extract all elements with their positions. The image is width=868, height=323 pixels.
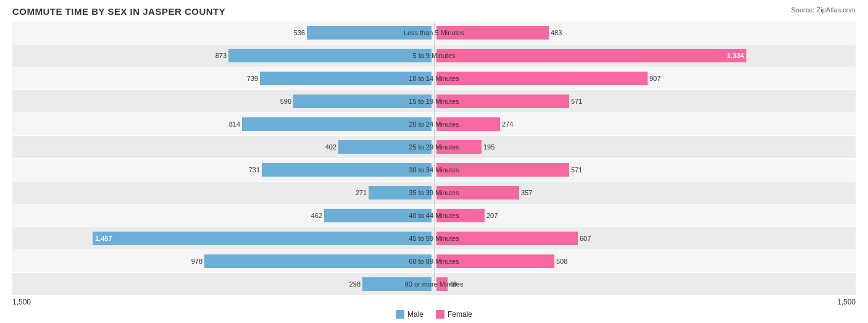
left-side: 731 [12,159,434,181]
female-value: 1,334 [727,52,744,59]
female-bar: 607 [436,232,578,245]
female-bar: 1,334 [436,49,746,62]
male-bar: 731 [262,163,432,177]
axis-row: 1,500 1,500 [12,298,856,306]
male-bar: 298 [362,277,432,291]
left-side: 739 [12,67,434,90]
left-side: 462 [12,204,434,227]
male-value: 402 [325,143,338,151]
chart-area: 536Less than 5 Minutes4838735 to 9 Minut… [12,22,856,280]
male-bar: 739 [260,72,432,85]
legend-female: Female [436,310,472,319]
left-side: 596 [12,90,434,112]
male-bar: 814 [242,117,432,131]
male-bar: 596 [293,94,432,108]
right-side: 607 [434,227,856,250]
female-bar: 571 [436,94,569,108]
right-side: 571 [434,159,856,181]
male-value: 271 [356,189,369,196]
legend-male-label: Male [407,310,424,319]
female-value: 483 [549,29,562,36]
right-side: 49 [434,273,856,295]
left-side: 402 [12,136,434,158]
right-side: 508 [434,250,856,272]
male-value: 978 [191,258,204,265]
female-value: 49 [448,280,457,288]
female-value: 571 [569,166,582,174]
female-bar: 195 [436,140,482,154]
male-bar: 462 [324,209,432,222]
chart-container: COMMUTE TIME BY SEX IN JASPER COUNTY Sou… [0,0,868,323]
female-bar: 357 [436,186,519,199]
male-value: 536 [294,29,307,36]
center-divider [434,22,435,280]
female-value: 607 [578,235,591,242]
female-value: 357 [519,189,532,196]
male-value: 739 [247,75,260,82]
axis-max-label: 1,500 [837,298,856,306]
legend-male: Male [396,310,424,319]
right-side: 1,334 [434,44,856,67]
axis-min-label: 1,500 [12,298,31,306]
legend: Male Female [12,310,856,319]
male-value: 731 [249,166,262,174]
female-value: 207 [485,212,498,219]
male-value: 873 [215,52,228,59]
female-bar: 571 [436,163,569,177]
right-side: 274 [434,113,856,135]
right-side: 571 [434,90,856,112]
left-side: 814 [12,113,434,135]
female-value: 907 [648,75,661,82]
male-value: 298 [349,280,362,288]
male-value: 1,457 [95,235,112,242]
right-side: 195 [434,136,856,158]
female-bar: 274 [436,117,500,131]
right-side: 483 [434,22,856,44]
female-value: 571 [569,98,582,105]
legend-female-box [436,310,444,319]
male-bar: 271 [369,186,432,199]
axis-left: 1,500 [12,298,434,306]
source-text: Source: ZipAtlas.com [791,6,856,14]
female-bar: 49 [436,277,448,291]
female-bar: 907 [436,72,648,85]
right-side: 907 [434,67,856,90]
left-side: 978 [12,250,434,272]
female-bar: 207 [436,209,485,222]
left-side: 298 [12,273,434,295]
legend-male-box [396,310,404,319]
legend-female-label: Female [448,310,472,319]
female-bar: 483 [436,26,549,40]
male-bar: 978 [204,254,432,268]
male-bar: 873 [228,49,432,62]
female-value: 508 [554,258,567,265]
chart-title: COMMUTE TIME BY SEX IN JASPER COUNTY [12,6,856,17]
male-value: 596 [280,98,293,105]
female-bar: 508 [436,254,554,268]
female-value: 274 [500,120,513,128]
right-side: 357 [434,182,856,204]
axis-right: 1,500 [434,298,856,306]
left-side: 271 [12,182,434,204]
left-side: 1,457 [12,227,434,250]
left-side: 536 [12,22,434,44]
left-side: 873 [12,44,434,67]
male-bar: 536 [307,26,432,40]
female-value: 195 [482,143,495,151]
right-side: 207 [434,204,856,227]
male-bar: 1,457 [93,232,432,245]
male-value: 462 [311,212,324,219]
male-value: 814 [229,120,242,128]
male-bar: 402 [338,140,432,154]
